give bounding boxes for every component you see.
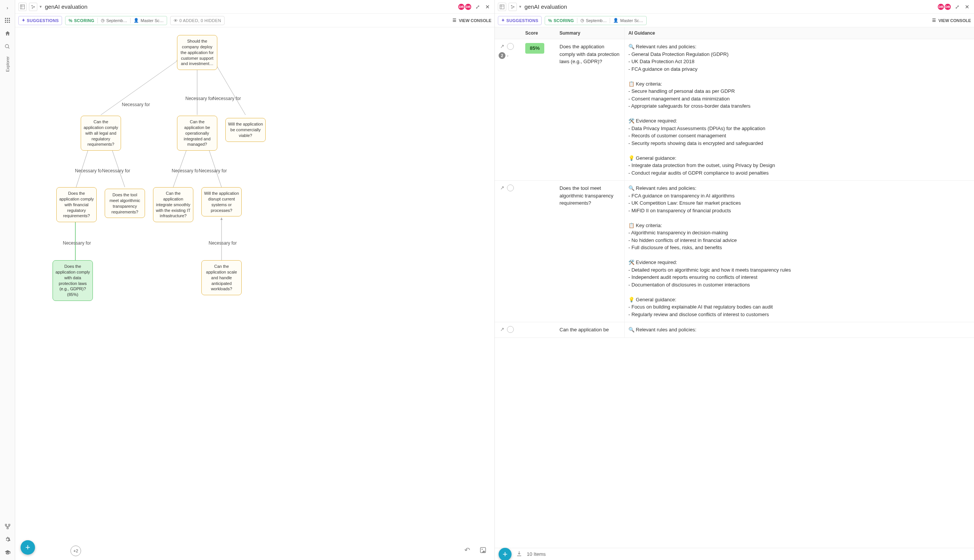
guidance-text: 🔍 Relevant rules and policies: [629, 326, 970, 333]
graph-view-icon[interactable] [29, 3, 37, 11]
svg-rect-4 [7, 20, 8, 21]
more-count[interactable]: +2 [70, 545, 81, 556]
toolbar-left: ✦ SUGGESTIONS % SCORING ◷ Septemb… 👤 Mas… [15, 14, 494, 27]
status-circle-icon[interactable] [507, 326, 514, 333]
avatar[interactable]: DB [465, 3, 472, 10]
edge-label: Necessary fo [75, 168, 102, 173]
svg-line-10 [8, 47, 9, 48]
graduation-icon[interactable] [2, 547, 13, 558]
caret-down-icon[interactable]: ▾ [40, 4, 42, 9]
toolbar-right: ✦ SUGGESTIONS % SCORING ◷ Septemb… 👤 Mas… [495, 14, 974, 27]
edge-label: Necessary for [213, 96, 241, 101]
suggestions-chip[interactable]: ✦ SUGGESTIONS [18, 16, 62, 25]
table-row[interactable]: ↗Does the tool meet algorithmic transpar… [495, 181, 974, 322]
summary-text: Does the tool meet algorithmic transpare… [556, 181, 624, 322]
summary-text: Can the application be [556, 322, 624, 337]
svg-rect-7 [7, 22, 8, 23]
open-icon[interactable]: ↗ [499, 185, 505, 192]
svg-rect-3 [5, 20, 6, 21]
graph-view-icon[interactable] [509, 3, 517, 11]
status-circle-icon[interactable] [507, 185, 514, 192]
graph-node-scale[interactable]: Can the application scale and handle ant… [201, 260, 242, 295]
table-pane: ▾ genAI evaluation DB DB ⤢ ✕ ✦ SUGGESTIO… [495, 0, 974, 560]
graph-node-ops[interactable]: Can the application be operationally int… [177, 116, 217, 151]
percent-icon: % [548, 18, 552, 23]
svg-rect-2 [9, 18, 10, 19]
search-icon[interactable] [2, 41, 13, 52]
sparkle-icon: ✦ [501, 18, 505, 23]
graph-node-root[interactable]: Should the company deploy the applicatio… [177, 35, 217, 70]
graph-node-it[interactable]: Can the application integrate smoothly w… [153, 187, 193, 222]
caret-down-icon[interactable]: ▾ [519, 4, 522, 9]
open-icon[interactable]: ↗ [499, 326, 505, 333]
table-view-icon[interactable] [18, 3, 27, 11]
close-icon[interactable]: ✕ [963, 3, 971, 11]
edge-label: Necessary for [122, 102, 150, 107]
page-title: genAI evaluation [45, 3, 88, 10]
avatar[interactable]: DB [937, 3, 944, 10]
hierarchy-icon[interactable] [2, 521, 13, 532]
avatar[interactable]: DB [944, 3, 951, 10]
counts-chip[interactable]: 👁 0 ADDED, 0 HIDDEN [170, 16, 225, 25]
pane-header-left: ▾ genAI evaluation DB DB ⤢ ✕ [15, 0, 494, 14]
apps-grid-icon[interactable] [2, 15, 13, 26]
expand-icon[interactable]: ⤢ [954, 3, 961, 11]
view-console-button[interactable]: ☰ VIEW CONSOLE [932, 18, 971, 23]
graph-node-transp[interactable]: Does the tool meet algorithmic transpare… [105, 189, 145, 218]
eye-off-icon: 👁 [173, 18, 178, 23]
user-icon: 👤 [133, 18, 139, 23]
graph-node-disrupt[interactable]: Will the application disrupt current sys… [201, 187, 242, 217]
add-button[interactable]: + [20, 540, 35, 555]
col-score[interactable]: Score [522, 27, 556, 39]
add-row-button[interactable]: + [499, 548, 512, 560]
svg-point-23 [482, 548, 483, 550]
graph-node-gdpr[interactable]: Does the application comply with data pr… [53, 260, 93, 301]
image-icon[interactable] [479, 545, 487, 555]
view-console-button[interactable]: ☰ VIEW CONSOLE [452, 18, 491, 23]
graph-node-viable[interactable]: Will the application be commercially via… [225, 118, 266, 142]
undo-icon[interactable]: ↶ [462, 545, 472, 555]
chevron-right-icon[interactable]: › [507, 52, 509, 59]
table-body[interactable]: ↗2›85%Does the application comply with d… [495, 39, 974, 548]
graph-canvas[interactable]: Should the company deploy the applicatio… [15, 27, 494, 560]
list-icon: ☰ [932, 18, 936, 23]
col-summary[interactable]: Summary [556, 27, 624, 39]
download-icon[interactable] [516, 550, 522, 558]
guidance-text: 🔍 Relevant rules and policies: - FCA gui… [629, 185, 970, 318]
user-icon: 👤 [613, 18, 619, 23]
graph-node-finreg[interactable]: Does the application comply with financi… [56, 187, 97, 222]
subitem-count[interactable]: 2 [499, 52, 505, 59]
graph-node-legal[interactable]: Can the application comply with all lega… [81, 116, 121, 151]
close-icon[interactable]: ✕ [484, 3, 491, 11]
table-header: Score Summary AI Guidance [495, 27, 974, 39]
graph-pane: ▾ genAI evaluation DB DB ⤢ ✕ ✦ SUGGESTIO… [15, 0, 495, 560]
list-icon: ☰ [452, 18, 456, 23]
svg-point-9 [5, 44, 9, 48]
svg-line-20 [32, 6, 34, 7]
svg-rect-0 [5, 18, 6, 19]
status-circle-icon[interactable] [507, 43, 514, 50]
col-guidance[interactable]: AI Guidance [624, 27, 974, 39]
svg-rect-1 [7, 18, 8, 19]
expand-icon[interactable]: ⤢ [474, 3, 482, 11]
table-footer: + 10 Items [495, 548, 974, 560]
explorer-label[interactable]: Explorer [5, 56, 10, 72]
settings-icon[interactable] [2, 534, 13, 545]
table-row[interactable]: ↗2›85%Does the application comply with d… [495, 39, 974, 181]
suggestions-chip[interactable]: ✦ SUGGESTIONS [498, 16, 542, 25]
sparkle-icon: ✦ [22, 18, 25, 23]
svg-rect-6 [5, 22, 6, 23]
scoring-chip[interactable]: % SCORING ◷ Septemb… 👤 Master Sc… [545, 16, 647, 25]
svg-line-21 [32, 7, 34, 8]
pane-header-right: ▾ genAI evaluation DB DB ⤢ ✕ [495, 0, 974, 14]
table-view-icon[interactable] [498, 3, 506, 11]
collapse-icon[interactable]: › [2, 2, 13, 13]
scoring-chip[interactable]: % SCORING ◷ Septemb… 👤 Master Sc… [65, 16, 167, 25]
home-icon[interactable] [2, 28, 13, 39]
open-icon[interactable]: ↗ [499, 43, 505, 50]
table-row[interactable]: ↗Can the application be🔍 Relevant rules … [495, 322, 974, 338]
avatar[interactable]: DB [458, 3, 465, 10]
clock-icon: ◷ [101, 18, 105, 23]
page-title: genAI evaluation [524, 3, 567, 10]
svg-rect-5 [9, 20, 10, 21]
